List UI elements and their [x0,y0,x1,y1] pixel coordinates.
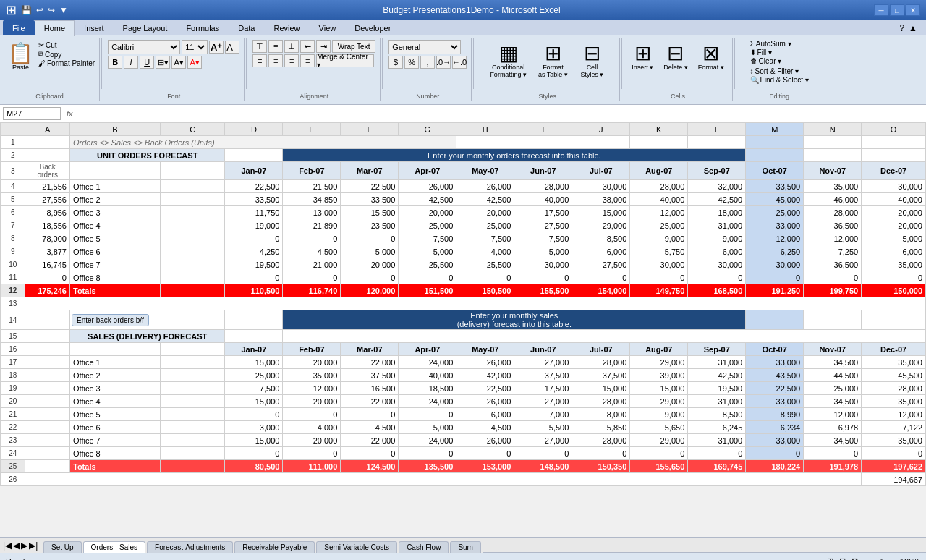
tab-insert[interactable]: Insert [75,20,114,35]
italic-btn[interactable]: I [124,56,138,69]
cell-m19[interactable]: 22,500 [746,382,804,395]
align-top-btn[interactable]: ⊤ [252,40,267,53]
cell-j17[interactable]: 28,000 [572,356,630,369]
cell-h20[interactable]: 26,000 [456,395,514,408]
cell-d2[interactable] [225,149,283,162]
col-header-c[interactable]: C [160,123,224,136]
cell-k10[interactable]: 30,000 [630,258,688,271]
cell-l1[interactable] [688,136,746,149]
cell-m24[interactable]: 0 [746,447,804,460]
cell-m2[interactable] [746,149,804,162]
tab-page-layout[interactable]: Page Layout [114,20,177,35]
col-header-l[interactable]: L [688,123,746,136]
sheet-nav-prev[interactable]: ◀ [13,540,20,551]
cell-m6[interactable]: 25,000 [746,206,804,219]
cell-j5[interactable]: 38,000 [572,193,630,206]
sheet-nav-next[interactable]: ▶ [21,540,27,551]
cell-n3[interactable]: Nov-07 [804,162,862,180]
cell-m8[interactable]: 12,000 [746,232,804,245]
find-select-button[interactable]: 🔍 Find & Select ▾ [750,76,809,84]
cell-f24[interactable]: 0 [341,447,399,460]
view-layout-icon[interactable]: ⊟ [839,556,846,560]
format-as-table-button[interactable]: ⊞ Formatas Table ▾ [533,40,573,82]
cell-o5[interactable]: 40,000 [862,193,926,206]
cell-k24[interactable]: 0 [630,447,688,460]
cell-i24[interactable]: 0 [514,447,572,460]
cell-reference-input[interactable] [3,107,61,120]
cell-n23[interactable]: 34,500 [804,434,862,447]
cell-e9[interactable]: 4,500 [283,245,341,258]
cell-c3[interactable] [160,162,224,180]
col-header-j[interactable]: J [572,123,630,136]
indent-inc-btn[interactable]: ⇥ [316,40,331,53]
minimize-btn[interactable]: ─ [874,4,888,16]
cell-o22[interactable]: 7,122 [862,421,926,434]
cell-i1[interactable] [514,136,572,149]
cell-l3[interactable]: Sep-07 [688,162,746,180]
cell-o24[interactable]: 0 [862,447,926,460]
cell-n20[interactable]: 34,500 [804,395,862,408]
cell-n17[interactable]: 34,500 [804,356,862,369]
cell-k7[interactable]: 25,000 [630,219,688,232]
cell-m5[interactable]: 45,000 [746,193,804,206]
cell-a7[interactable]: 18,556 [25,219,70,232]
cell-k18[interactable]: 39,000 [630,369,688,382]
cell-i12[interactable]: 155,500 [514,284,572,297]
cell-n10[interactable]: 36,500 [804,258,862,271]
cell-g3[interactable]: Apr-07 [399,162,456,180]
cell-l23[interactable]: 31,000 [688,434,746,447]
cell-j19[interactable]: 15,000 [572,382,630,395]
col-header-g[interactable]: G [399,123,456,136]
font-size-select[interactable]: 11 [182,40,208,54]
cell-g12[interactable]: 151,500 [399,284,456,297]
cell-a9[interactable]: 3,877 [25,245,70,258]
cell-f19[interactable]: 16,500 [341,382,399,395]
col-header-e[interactable]: E [283,123,341,136]
cell-a6[interactable]: 8,956 [25,206,70,219]
col-header-m[interactable]: M [746,123,804,136]
number-format-select[interactable]: General [388,40,461,54]
cell-h10[interactable]: 25,500 [456,258,514,271]
cell-c9[interactable] [160,245,224,258]
cell-e19[interactable]: 12,000 [283,382,341,395]
cell-h19[interactable]: 22,500 [456,382,514,395]
cell-j24[interactable]: 0 [572,447,630,460]
cell-k4[interactable]: 28,000 [630,180,688,193]
cell-k19[interactable]: 15,000 [630,382,688,395]
cell-m11[interactable]: 0 [746,271,804,284]
col-header-f[interactable]: F [341,123,399,136]
cell-h23[interactable]: 26,000 [456,434,514,447]
cell-n4[interactable]: 35,000 [804,180,862,193]
format-button[interactable]: ⊠ Format ▾ [694,40,728,75]
cell-c7[interactable] [160,219,224,232]
cell-n19[interactable]: 25,000 [804,382,862,395]
cell-b24[interactable]: Office 8 [69,447,160,460]
cell-d3[interactable]: Jan-07 [225,162,283,180]
cell-j18[interactable]: 37,500 [572,369,630,382]
cell-h1[interactable] [456,136,514,149]
cell-g10[interactable]: 25,500 [399,258,456,271]
cell-b5[interactable]: Office 2 [69,193,160,206]
cell-m20[interactable]: 33,000 [746,395,804,408]
tab-data[interactable]: Data [229,20,264,35]
cell-d4[interactable]: 22,500 [225,180,283,193]
cell-a8[interactable]: 78,000 [25,232,70,245]
sheet-nav-first[interactable]: |◀ [3,540,12,551]
cell-e24[interactable]: 0 [283,447,341,460]
cell-k11[interactable]: 0 [630,271,688,284]
cell-i19[interactable]: 17,500 [514,382,572,395]
cell-m25[interactable]: 180,224 [746,460,804,473]
cell-d24[interactable]: 0 [225,447,283,460]
cell-b1[interactable]: Orders <> Sales <> Back Orders (Units) [69,136,456,149]
fill-color-btn[interactable]: A▾ [171,56,186,69]
cell-j1[interactable] [572,136,630,149]
currency-btn[interactable]: $ [388,56,403,69]
cell-o8[interactable]: 5,000 [862,232,926,245]
cell-g25[interactable]: 135,500 [399,460,456,473]
merge-btn[interactable]: Merge & Center ▾ [316,54,374,67]
cell-c23[interactable] [160,434,224,447]
cell-m4[interactable]: 33,500 [746,180,804,193]
cell-a20[interactable] [25,395,70,408]
cell-f9[interactable]: 5,000 [341,245,399,258]
cell-f17[interactable]: 22,000 [341,356,399,369]
